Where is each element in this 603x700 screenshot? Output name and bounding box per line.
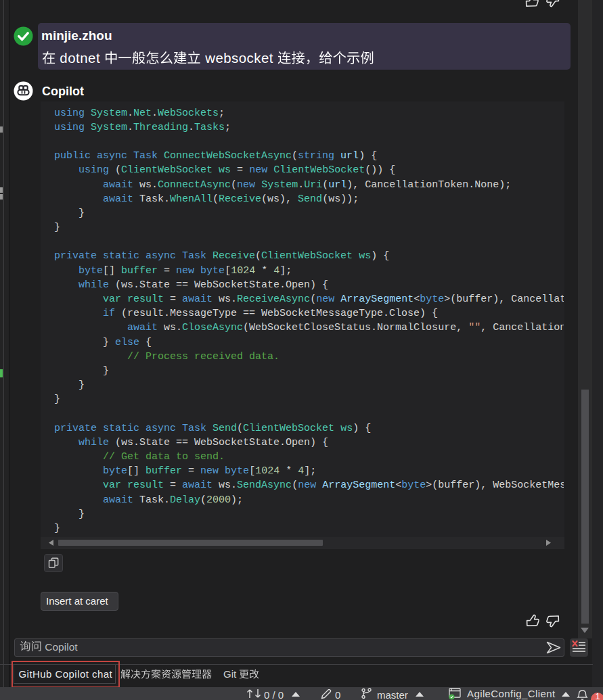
- svg-text:1: 1: [595, 692, 600, 700]
